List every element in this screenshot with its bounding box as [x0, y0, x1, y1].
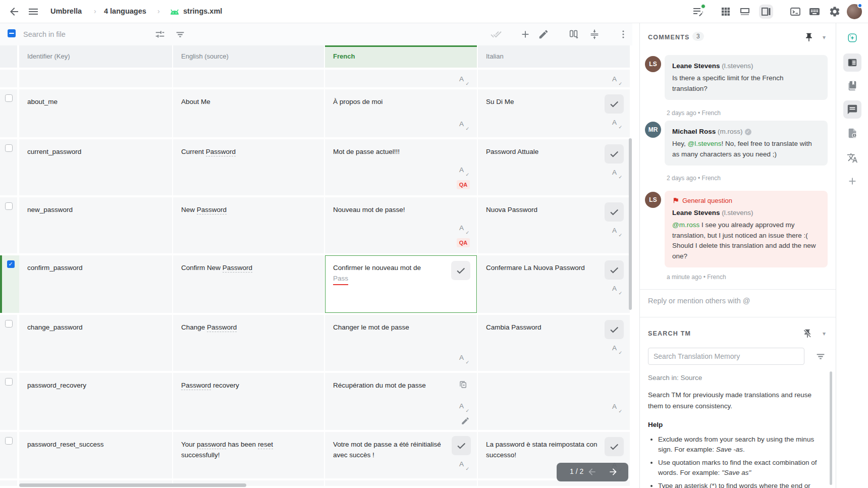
english-cell[interactable]: Your password has been reset successfull… — [173, 432, 324, 478]
breadcrumb-languages[interactable]: 4 languages — [104, 7, 146, 15]
approve-check-button[interactable] — [452, 436, 471, 455]
terminal-icon[interactable] — [789, 6, 801, 18]
filter-icon[interactable] — [175, 29, 186, 40]
key-cell[interactable]: change_password — [19, 315, 172, 371]
italian-cell[interactable]: Confermare La Nuova PasswordA✓ — [478, 255, 630, 313]
search-in-file-input[interactable] — [23, 28, 139, 40]
collapse-chevron-icon[interactable]: ▾ — [823, 330, 826, 337]
tm-scrollbar[interactable] — [830, 371, 832, 485]
machine-translation-icon[interactable]: A✓ — [459, 402, 468, 411]
key-cell[interactable]: confirm_password — [19, 255, 172, 313]
row-checkbox[interactable] — [5, 378, 13, 386]
row-checkbox[interactable] — [5, 437, 13, 445]
french-cell[interactable]: Mot de passe actuel!!!A✓QA — [325, 139, 477, 195]
french-cell[interactable]: Changer le mot de passeA✓ — [325, 315, 477, 371]
edit-icon[interactable] — [538, 29, 549, 40]
more-options-icon[interactable] — [618, 29, 629, 40]
add-key-icon[interactable] — [520, 29, 531, 40]
italian-cell[interactable]: Su Di MeA✓ — [478, 89, 630, 137]
row-checkbox[interactable] — [5, 320, 13, 328]
french-cell[interactable] — [325, 480, 477, 486]
row-checkbox[interactable] — [5, 94, 13, 102]
ai-assistant-icon[interactable] — [843, 29, 861, 47]
french-cell[interactable]: Votre mot de passe a été réinitialisé av… — [325, 432, 477, 478]
italian-cell[interactable]: Password AttualeA✓ — [478, 139, 630, 195]
breadcrumb-project[interactable]: Umbrella — [50, 7, 82, 15]
file-info-icon[interactable] — [843, 124, 861, 142]
machine-translation-icon[interactable]: A✓ — [612, 344, 621, 353]
french-cell[interactable]: A✓ — [325, 70, 477, 87]
approve-check-button[interactable] — [605, 260, 624, 280]
machine-translation-icon[interactable]: A✓ — [459, 75, 468, 84]
duplicate-key-icon[interactable] — [568, 29, 579, 40]
search-tm-input[interactable] — [648, 348, 804, 365]
select-all-checkbox[interactable] — [8, 29, 16, 37]
mention-link[interactable]: @l.stevens — [688, 140, 722, 147]
key-cell[interactable]: password_reset_success — [19, 432, 172, 478]
glossary-icon[interactable] — [843, 77, 861, 95]
mention-link[interactable]: @m.ross — [672, 221, 699, 229]
machine-translation-icon[interactable]: A✓ — [459, 224, 468, 233]
machine-translation-icon[interactable]: A✓ — [612, 169, 621, 178]
approve-all-icon[interactable] — [491, 29, 502, 40]
key-cell[interactable] — [19, 70, 172, 87]
copy-icon[interactable] — [459, 380, 470, 391]
breadcrumb-file[interactable]: strings.xml — [183, 7, 222, 15]
machine-translation-icon[interactable]: A✓ — [612, 285, 621, 294]
table-vertical-scrollbar[interactable] — [629, 138, 632, 310]
column-header-key[interactable]: Identifier (Key) — [19, 45, 172, 68]
collapse-rows-icon[interactable] — [589, 29, 600, 40]
tasks-icon[interactable] — [692, 6, 704, 18]
english-cell[interactable]: Change Password — [173, 315, 324, 371]
back-icon[interactable] — [8, 6, 20, 18]
column-header-italian[interactable]: Italian — [478, 45, 630, 68]
pin-off-icon[interactable] — [802, 329, 812, 339]
italian-cell[interactable]: A✓ — [478, 373, 630, 430]
column-header-english[interactable]: English (source) — [173, 45, 324, 68]
machine-translation-icon[interactable]: A✓ — [459, 354, 468, 363]
dock-bottom-icon[interactable] — [739, 6, 751, 18]
french-cell[interactable]: Nouveau mot de passe!A✓QA — [325, 197, 477, 253]
key-cell[interactable]: about_me — [19, 89, 172, 137]
grid-view-icon[interactable] — [720, 6, 732, 18]
english-cell[interactable] — [173, 70, 324, 87]
column-header-french[interactable]: French — [325, 45, 477, 68]
comments-icon[interactable] — [843, 100, 861, 119]
italian-cell[interactable]: A✓ — [478, 70, 630, 87]
qa-badge[interactable]: QA — [457, 238, 470, 247]
edit-translation-icon[interactable] — [461, 416, 468, 424]
machine-translation-icon[interactable]: A✓ — [612, 75, 621, 84]
table-horizontal-scrollbar[interactable] — [19, 483, 246, 487]
add-panel-icon[interactable] — [843, 172, 861, 190]
approve-check-button[interactable] — [605, 202, 624, 222]
row-checkbox[interactable] — [5, 144, 13, 152]
italian-cell[interactable]: Nuova PasswordA✓ — [478, 197, 630, 253]
machine-translation-icon[interactable]: A✓ — [459, 460, 468, 469]
approve-check-button[interactable] — [451, 261, 470, 280]
approve-check-button[interactable] — [605, 94, 624, 114]
english-cell[interactable]: About Me — [173, 89, 324, 137]
french-edit-cell[interactable]: Confirmer le nouveau mot dePass — [325, 255, 477, 313]
settings-gear-icon[interactable] — [829, 6, 841, 18]
english-cell[interactable]: Confirm New Password — [173, 255, 324, 313]
next-page-icon[interactable] — [608, 467, 618, 477]
english-cell[interactable]: Password recovery — [173, 373, 324, 430]
reply-input[interactable] — [648, 297, 825, 305]
machine-translation-icon[interactable]: A✓ — [459, 120, 468, 129]
french-cell[interactable]: Récupération du mot de passeA✓ — [325, 373, 477, 430]
italian-cell[interactable]: Cambia PasswordA✓ — [478, 315, 630, 371]
tm-search-scope[interactable]: Search in: Source — [648, 374, 702, 382]
machine-translation-icon[interactable]: A✓ — [612, 119, 621, 128]
previous-page-icon[interactable] — [587, 467, 597, 477]
keyboard-icon[interactable] — [808, 6, 821, 18]
machine-translation-icon[interactable]: A✓ — [459, 166, 468, 175]
user-avatar[interactable] — [847, 4, 862, 19]
english-cell[interactable]: Current Password — [173, 139, 324, 195]
tune-icon[interactable] — [154, 29, 166, 40]
french-cell[interactable]: À propos de moiA✓ — [325, 89, 477, 137]
key-cell[interactable]: current_password — [19, 139, 172, 195]
dock-right-icon[interactable] — [759, 5, 773, 19]
english-cell[interactable]: New Password — [173, 197, 324, 253]
row-checkbox[interactable] — [7, 260, 15, 268]
approve-check-button[interactable] — [605, 437, 624, 456]
